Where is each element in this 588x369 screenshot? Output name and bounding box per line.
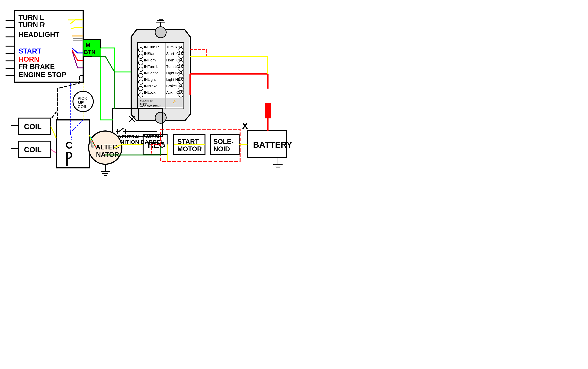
svg-text:OUT: OUT	[176, 58, 184, 62]
engine-stop-label: ENGINE STOP	[19, 71, 66, 79]
svg-text:motogadget: motogadget	[139, 99, 153, 102]
svg-text:Lock: Lock	[148, 90, 156, 94]
svg-text:OUT: OUT	[176, 71, 184, 75]
cdi-box	[56, 120, 90, 168]
svg-line-90	[119, 128, 123, 131]
fr-brake-label: FR BRAKE	[19, 63, 55, 71]
svg-text:OUT: OUT	[176, 45, 184, 49]
svg-point-9	[155, 27, 166, 38]
cdi-i-label: I	[65, 157, 68, 168]
svg-text:IN: IN	[144, 84, 148, 88]
svg-text:OUT: OUT	[176, 90, 184, 94]
svg-text:⚠: ⚠	[173, 99, 177, 104]
turn-r-label: TURN R	[19, 21, 45, 29]
svg-text:UP: UP	[78, 100, 84, 105]
svg-text:Start: Start	[166, 52, 174, 56]
svg-text:IN: IN	[144, 65, 148, 69]
svg-text:Light: Light	[148, 78, 156, 81]
svg-text:Turn R: Turn R	[148, 45, 159, 49]
coil1-label: COIL	[24, 122, 42, 131]
cdi-label: C	[65, 140, 73, 150]
svg-text:IN: IN	[144, 90, 148, 94]
fuse-resistor	[265, 103, 271, 118]
svg-text:IN: IN	[144, 58, 148, 62]
svg-text:MADE IN GERMANY: MADE IN GERMANY	[139, 105, 160, 108]
svg-line-126	[70, 133, 72, 140]
start-label: START	[19, 47, 41, 55]
svg-text:NOID: NOID	[213, 145, 230, 153]
headlight-label: HEADLIGHT	[19, 31, 60, 38]
svg-line-76	[51, 150, 56, 153]
svg-text:IN: IN	[144, 52, 148, 56]
svg-line-80	[70, 120, 83, 133]
svg-text:Brake: Brake	[166, 84, 176, 88]
svg-text:OUT: OUT	[176, 78, 184, 81]
svg-text:OUT: OUT	[176, 52, 184, 56]
svg-text:Start: Start	[148, 52, 156, 56]
coil2-label: COIL	[24, 146, 42, 154]
svg-text:Brake: Brake	[148, 84, 157, 88]
wiring-diagram: TURN L TURN R HEADLIGHT START HORN FR BR…	[0, 0, 588, 369]
svg-text:OUT: OUT	[176, 84, 184, 88]
svg-text:MOTOR: MOTOR	[177, 145, 202, 153]
svg-text:Horn: Horn	[166, 58, 174, 62]
svg-text:Turn R: Turn R	[166, 45, 177, 49]
x-marker: X	[242, 121, 248, 131]
svg-text:IN: IN	[144, 45, 148, 49]
svg-text:Aux: Aux	[166, 90, 172, 94]
svg-text:Horn: Horn	[148, 58, 156, 62]
svg-point-14	[155, 112, 166, 123]
pickup-coil-label: PICK	[78, 96, 87, 100]
svg-text:IN: IN	[144, 71, 148, 75]
svg-text:Turn L: Turn L	[166, 65, 177, 69]
solenoid-label: SOLE-	[213, 138, 234, 145]
horn-label: HORN	[19, 55, 39, 63]
svg-text:Config: Config	[148, 71, 158, 75]
m-btn-label-m: M	[85, 42, 91, 48]
turn-l-label: TURN L	[19, 14, 44, 21]
svg-line-74	[51, 126, 56, 138]
svg-text:OUT: OUT	[176, 65, 184, 69]
battery-label: BATTERY	[253, 140, 292, 150]
svg-text:Turn L: Turn L	[148, 65, 158, 69]
svg-text:COIL: COIL	[78, 104, 87, 109]
svg-text:IN: IN	[144, 78, 148, 81]
m-btn-label-btn: BTN	[84, 49, 95, 55]
